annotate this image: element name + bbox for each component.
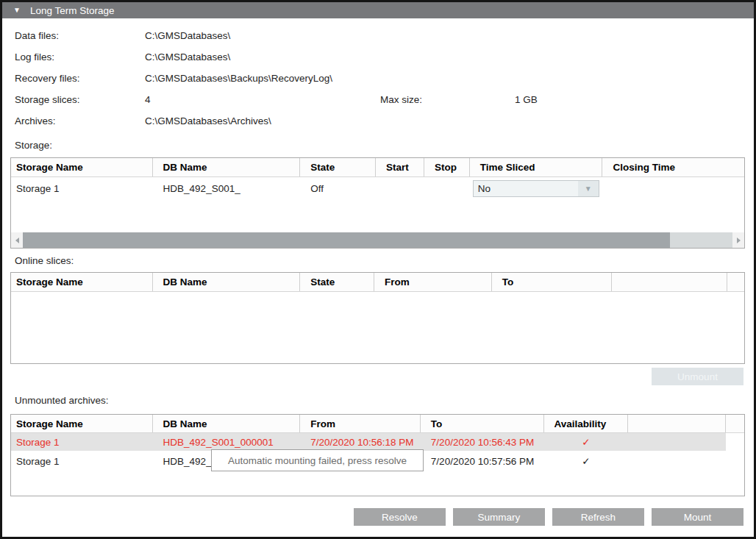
availability-check-icon: ✓	[544, 451, 629, 471]
column-header-empty[interactable]	[612, 273, 727, 291]
collapse-triangle-icon[interactable]: ▼	[13, 7, 21, 14]
column-header-storage-name[interactable]: Storage Name	[11, 158, 153, 176]
resolve-button[interactable]: Resolve	[354, 508, 446, 526]
unmounted-archives-table-header: Storage Name DB Name From To Availabilit…	[11, 415, 744, 433]
storage-slices-value: 4	[145, 94, 151, 105]
column-header-db-name[interactable]: DB Name	[153, 273, 301, 291]
storage-section-label: Storage:	[15, 140, 52, 151]
column-header-state[interactable]: State	[300, 158, 376, 176]
storage-table-row[interactable]: Storage 1 HDB_492_S001_ Off No ▼	[11, 177, 744, 199]
scroll-left-arrow-icon[interactable]	[11, 232, 23, 248]
column-header-empty[interactable]	[628, 415, 726, 432]
column-header-filler	[727, 273, 744, 291]
recovery-files-value: C:\GMSDatabases\Backups\RecoveryLog\	[145, 73, 332, 84]
max-size-value: 1 GB	[515, 94, 538, 105]
cell-db-name: HDB_492_S001_000001	[153, 433, 301, 451]
online-slices-table-header: Storage Name DB Name State From To	[11, 273, 744, 292]
tooltip-automatic-mounting-failed: Automatic mounting failed, press resolve	[211, 449, 424, 471]
column-header-state[interactable]: State	[300, 273, 374, 291]
unmounted-archive-row-alert[interactable]: Storage 1 HDB_492_S001_000001 7/20/2020 …	[11, 433, 744, 451]
scrollbar-thumb[interactable]	[23, 232, 670, 248]
mount-button[interactable]: Mount	[652, 508, 743, 526]
unmount-button[interactable]: Unmount	[652, 368, 743, 385]
archives-label: Archives:	[15, 115, 56, 126]
data-files-label: Data files:	[15, 30, 59, 41]
storage-slices-label: Storage slices:	[15, 94, 80, 105]
column-header-storage-name[interactable]: Storage Name	[11, 415, 153, 432]
cell-closing-time	[602, 177, 744, 199]
column-header-storage-name[interactable]: Storage Name	[11, 273, 153, 291]
refresh-button[interactable]: Refresh	[552, 508, 644, 526]
max-size-label: Max size:	[380, 94, 422, 105]
column-header-from[interactable]: From	[300, 415, 421, 432]
panel-header[interactable]: ▼ Long Term Storage	[2, 2, 754, 18]
cell-storage-name: Storage 1	[11, 433, 153, 451]
availability-check-icon: ✓	[544, 433, 629, 451]
archives-value: C:\GMSDatabases\Archives\	[145, 115, 271, 126]
storage-table-header: Storage Name DB Name State Start Stop Ti…	[11, 158, 744, 177]
scroll-right-arrow-icon[interactable]	[732, 232, 744, 248]
column-header-to[interactable]: To	[492, 273, 613, 291]
column-header-db-name[interactable]: DB Name	[153, 415, 301, 432]
time-sliced-dropdown[interactable]: No ▼	[473, 180, 599, 197]
column-header-start[interactable]: Start	[376, 158, 424, 176]
cell-empty	[628, 451, 726, 471]
cell-to: 7/20/2020 10:56:43 PM	[421, 433, 544, 451]
cell-to: 7/20/2020 10:57:56 PM	[421, 451, 544, 471]
panel-title: Long Term Storage	[30, 5, 115, 16]
summary-button[interactable]: Summary	[453, 508, 545, 526]
dropdown-arrow-icon[interactable]: ▼	[578, 181, 599, 196]
log-files-value: C:\GMSDatabases\	[145, 51, 230, 63]
cell-from: 7/20/2020 10:56:18 PM	[300, 433, 421, 451]
cell-empty	[628, 433, 726, 451]
cell-time-sliced: No ▼	[470, 177, 603, 199]
data-files-value: C:\GMSDatabases\	[145, 30, 230, 41]
long-term-storage-panel: ▼ Long Term Storage Data files: C:\GMSDa…	[0, 0, 756, 539]
column-header-to[interactable]: To	[421, 415, 544, 432]
column-header-from[interactable]: From	[374, 273, 492, 291]
column-header-db-name[interactable]: DB Name	[153, 158, 301, 176]
cell-db-name: HDB_492_S001_	[153, 177, 301, 199]
cell-filler	[726, 451, 744, 471]
column-header-stop[interactable]: Stop	[424, 158, 470, 176]
unmounted-archives-section-label: Unmounted archives:	[15, 395, 109, 406]
horizontal-scrollbar[interactable]	[11, 232, 744, 248]
column-header-closing-time[interactable]: Closing Time	[602, 158, 744, 176]
storage-table: Storage Name DB Name State Start Stop Ti…	[10, 157, 745, 249]
column-header-filler	[726, 415, 744, 432]
online-slices-table: Storage Name DB Name State From To	[10, 272, 745, 364]
cell-filler	[726, 433, 744, 451]
time-sliced-selected-value: No	[474, 181, 578, 196]
cell-start	[376, 177, 424, 199]
recovery-files-label: Recovery files:	[15, 73, 80, 84]
online-slices-section-label: Online slices:	[15, 255, 74, 266]
column-header-time-sliced[interactable]: Time Sliced	[470, 158, 603, 176]
cell-state: Off	[300, 177, 376, 199]
scrollbar-track[interactable]	[670, 232, 732, 248]
cell-storage-name: Storage 1	[11, 177, 153, 199]
cell-storage-name: Storage 1	[11, 451, 153, 471]
log-files-label: Log files:	[15, 51, 54, 63]
column-header-availability[interactable]: Availability	[544, 415, 629, 432]
cell-stop	[424, 177, 470, 199]
